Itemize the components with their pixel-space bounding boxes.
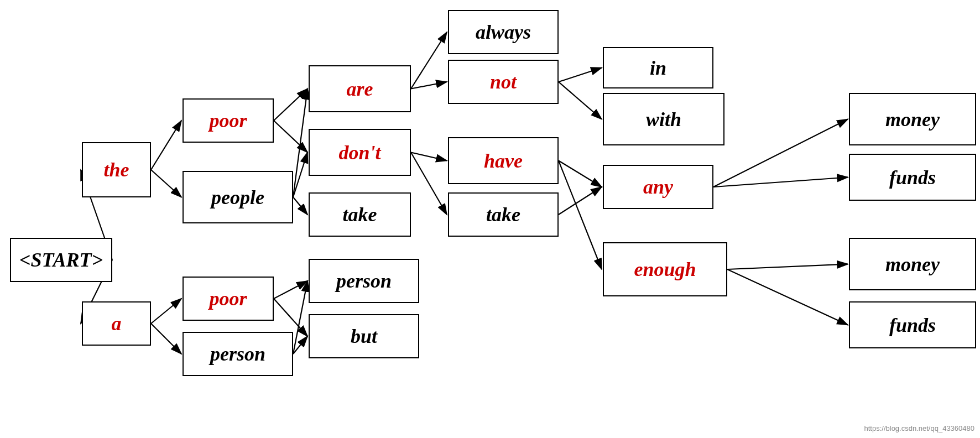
svg-line-27: [293, 281, 307, 354]
node-not: not: [448, 60, 559, 104]
node-money2: money: [849, 238, 976, 290]
svg-line-23: [151, 299, 181, 324]
node-poor_bot: poor: [183, 277, 274, 321]
node-start: <START>: [10, 238, 112, 282]
svg-line-11: [411, 82, 447, 89]
node-have: have: [448, 137, 559, 184]
diagram: <START>theapoorpeoplearedon'ttakealwaysn…: [0, 0, 980, 438]
svg-line-28: [293, 336, 307, 354]
node-the: the: [82, 142, 151, 197]
node-people: people: [183, 171, 293, 223]
node-dont: don't: [309, 129, 411, 176]
svg-line-20: [713, 178, 848, 187]
node-take2: take: [448, 192, 559, 237]
node-person2: person: [309, 259, 419, 303]
node-enough: enough: [603, 242, 727, 296]
svg-line-9: [293, 197, 307, 215]
svg-line-15: [559, 82, 602, 119]
svg-line-25: [274, 281, 307, 299]
svg-line-3: [151, 121, 181, 170]
svg-line-19: [713, 119, 848, 187]
svg-line-12: [411, 153, 447, 161]
svg-line-10: [411, 32, 447, 89]
node-funds2: funds: [849, 301, 976, 348]
node-person_bot: person: [183, 332, 293, 376]
node-with: with: [603, 93, 724, 145]
node-a: a: [82, 301, 151, 346]
node-funds1: funds: [849, 154, 976, 201]
svg-line-21: [727, 264, 848, 270]
node-money1: money: [849, 93, 976, 145]
svg-line-26: [274, 299, 307, 336]
svg-line-5: [274, 89, 307, 121]
svg-line-22: [727, 269, 848, 325]
node-take: take: [309, 192, 411, 237]
node-any: any: [603, 165, 713, 209]
node-are: are: [309, 65, 411, 112]
svg-line-14: [559, 68, 602, 82]
svg-line-4: [151, 170, 181, 197]
svg-line-18: [559, 187, 602, 215]
svg-line-13: [411, 153, 447, 215]
node-always: always: [448, 10, 559, 54]
svg-line-8: [293, 153, 307, 197]
node-but: but: [309, 314, 419, 358]
node-in: in: [603, 47, 713, 88]
svg-line-7: [293, 89, 307, 197]
svg-line-6: [274, 121, 307, 153]
svg-line-24: [151, 324, 181, 354]
svg-line-16: [559, 161, 602, 187]
watermark: https://blog.csdn.net/qq_43360480: [864, 424, 975, 432]
svg-line-17: [559, 161, 602, 270]
node-poor_top: poor: [183, 98, 274, 143]
